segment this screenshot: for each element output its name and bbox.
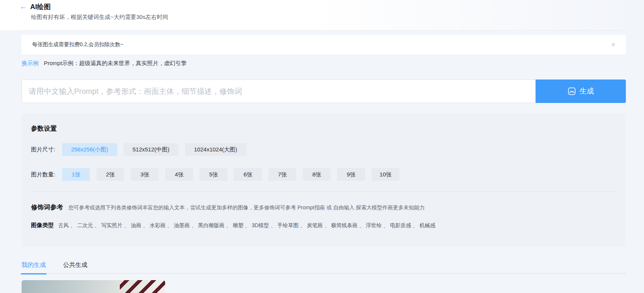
switch-example-link[interactable]: 换示例 — [22, 60, 39, 67]
type-separator: 、 — [271, 222, 276, 229]
image-type-tag-1[interactable]: 二次元 — [77, 222, 93, 229]
page-title: AI绘图 — [30, 2, 51, 11]
type-separator: 、 — [245, 222, 250, 229]
count-option-0[interactable]: 1张 — [62, 168, 90, 181]
header-divider — [21, 30, 626, 31]
size-option-0[interactable]: 256x256(小图) — [62, 143, 117, 156]
generated-image-thumbnail[interactable] — [22, 280, 165, 293]
type-separator: 、 — [124, 222, 129, 229]
modifier-reference-row: 修饰词参考 您可参考或选用下列各类修饰词丰富您的输入文本，尝试生成更加多样的图像… — [31, 203, 425, 212]
count-option-5[interactable]: 6张 — [234, 168, 262, 181]
tab-my-generations[interactable]: 我的生成 — [22, 261, 46, 274]
count-option-9[interactable]: 10张 — [372, 168, 399, 181]
type-separator: 、 — [70, 222, 76, 229]
type-separator: 、 — [226, 222, 231, 229]
count-option-7[interactable]: 8张 — [303, 168, 331, 181]
prompt-example-row: 换示例 Prompt示例：超级逼真的未来世界，真实照片，虚幻引擎 — [22, 59, 187, 68]
image-type-tags: 古风 、二次元 、写实照片 、油画 、水彩画 、油墨画 、黑白雕版画 、雕塑 、… — [58, 222, 435, 229]
image-type-tag-5[interactable]: 油墨画 — [174, 222, 190, 229]
image-type-tag-10[interactable]: 炭笔画 — [307, 222, 323, 229]
image-type-tag-14[interactable]: 机械感 — [420, 222, 435, 229]
image-type-tag-6[interactable]: 黑白雕版画 — [198, 222, 224, 229]
image-size-label: 图片尺寸: — [31, 146, 55, 153]
image-type-tag-7[interactable]: 雕塑 — [233, 222, 243, 229]
count-option-6[interactable]: 7张 — [268, 168, 296, 181]
image-icon — [568, 87, 576, 95]
image-type-tag-8[interactable]: 3D模型 — [252, 222, 269, 229]
image-type-tag-4[interactable]: 水彩画 — [150, 222, 166, 229]
fee-notice-bar: 每张图生成需要扣费0.2,会员扣除次数~ × — [22, 35, 626, 55]
image-type-title: 图像类型 — [31, 222, 54, 229]
count-option-1[interactable]: 2张 — [96, 168, 124, 181]
type-separator: 、 — [143, 222, 148, 229]
panel-divider — [31, 191, 616, 192]
image-type-tag-0[interactable]: 古风 — [58, 222, 69, 229]
close-icon[interactable]: × — [610, 40, 617, 50]
count-option-3[interactable]: 4张 — [165, 168, 193, 181]
image-count-options: 1张2张3张4张5张6张7张8张9张10张 — [62, 168, 399, 181]
image-size-row: 图片尺寸: 256x256(小图)512x512(中图)1024x1024(大图… — [31, 143, 246, 156]
generate-button-label: 生成 — [580, 86, 594, 96]
back-arrow-icon[interactable]: ← — [20, 3, 27, 10]
page-header: ← AI绘图 绘图有好有坏，根据关键词生成~大约需要30s左右时间 — [0, 0, 644, 30]
type-separator: 、 — [191, 222, 197, 229]
page-subtitle: 绘图有好有坏，根据关键词生成~大约需要30s左右时间 — [31, 14, 168, 21]
count-option-8[interactable]: 9张 — [337, 168, 365, 181]
modifier-reference-desc: 您可参考或选用下列各类修饰词丰富您的输入文本，尝试生成更加多样的图像，更多修饰词… — [68, 204, 425, 211]
type-separator: 、 — [359, 222, 364, 229]
count-option-2[interactable]: 3张 — [131, 168, 159, 181]
count-option-4[interactable]: 5张 — [200, 168, 228, 181]
image-type-row: 图像类型 古风 、二次元 、写实照片 、油画 、水彩画 、油墨画 、黑白雕版画 … — [31, 222, 435, 229]
size-option-2[interactable]: 1024x1024(大图) — [185, 143, 246, 156]
generation-tabs: 我的生成公共生成 — [22, 261, 87, 274]
fee-notice-text: 每张图生成需要扣费0.2,会员扣除次数~ — [32, 41, 610, 48]
type-separator: 、 — [94, 222, 100, 229]
prompt-input[interactable] — [22, 79, 536, 103]
image-type-tag-2[interactable]: 写实照片 — [101, 222, 122, 229]
image-count-label: 图片数量: — [31, 171, 55, 178]
image-size-options: 256x256(小图)512x512(中图)1024x1024(大图) — [62, 143, 246, 156]
tab-public-generations[interactable]: 公共生成 — [63, 261, 87, 274]
params-title: 参数设置 — [31, 124, 57, 133]
type-separator: 、 — [413, 222, 418, 229]
image-type-tag-12[interactable]: 浮世绘 — [366, 222, 382, 229]
image-type-tag-3[interactable]: 油画 — [131, 222, 141, 229]
type-separator: 、 — [324, 222, 330, 229]
image-type-tag-9[interactable]: 手绘草图 — [277, 222, 299, 229]
prompt-example-text: Prompt示例：超级逼真的未来世界，真实照片，虚幻引擎 — [44, 60, 187, 67]
image-type-tag-11[interactable]: 极简线条画 — [331, 222, 358, 229]
type-separator: 、 — [167, 222, 172, 229]
image-count-row: 图片数量: 1张2张3张4张5张6张7张8张9张10张 — [31, 168, 399, 181]
type-separator: 、 — [383, 222, 389, 229]
image-stripes-decoration — [120, 280, 165, 293]
type-separator: 、 — [300, 222, 305, 229]
tabs-track-line — [22, 273, 626, 274]
generate-button[interactable]: 生成 — [536, 79, 626, 103]
modifier-reference-title: 修饰词参考 — [31, 203, 63, 212]
size-option-1[interactable]: 512x512(中图) — [124, 143, 179, 156]
image-type-tag-13[interactable]: 电影质感 — [390, 222, 411, 229]
